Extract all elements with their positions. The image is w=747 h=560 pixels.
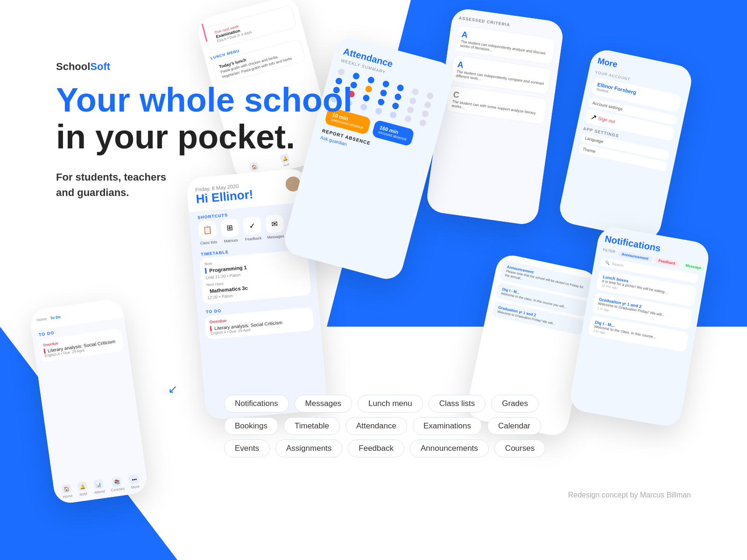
class-lists-icon: 📋 <box>198 220 217 239</box>
tag-courses[interactable]: Courses <box>494 440 545 457</box>
nav-notif-icon-group[interactable]: 🔔 Notif <box>77 481 88 497</box>
messages-icon: ✉ <box>265 214 284 233</box>
tag-calendar[interactable]: Calendar <box>487 417 541 435</box>
tag-examinations[interactable]: Examinations <box>413 417 482 435</box>
attendance-nav-icon: 📊 <box>93 479 104 490</box>
attendance-nav-label: Attend <box>94 489 105 495</box>
shortcut-messages[interactable]: ✉ Messages <box>265 214 284 239</box>
dot-25 <box>374 107 382 115</box>
nav-attendance-icon-group[interactable]: 📊 Attend <box>92 479 105 495</box>
todo-bottom-nav: 🏠 Home 🔔 Notif 📊 Attend 📚 Courses ••• Mo… <box>53 473 148 500</box>
tag-feedback[interactable]: Feedback <box>348 440 404 457</box>
feedback-label: Feedback <box>245 236 262 241</box>
tag-grades[interactable]: Grades <box>491 395 539 413</box>
logo-school: School <box>56 61 90 72</box>
tag-announcements[interactable]: Announcements <box>410 440 489 457</box>
messages-label: Messages <box>267 234 284 239</box>
dot-5 <box>396 84 404 92</box>
hero-section: Your whole school in your pocket. For st… <box>56 82 352 200</box>
hero-subtitle-line2: and guardians. <box>56 187 129 198</box>
matrices-icon: ⊞ <box>220 218 240 237</box>
feature-tags-row1: Notifications Messages Lunch menu Class … <box>224 395 545 413</box>
dot-19 <box>392 102 400 110</box>
feature-tags: Notifications Messages Lunch menu Class … <box>224 395 545 457</box>
dot-11 <box>379 89 387 97</box>
dot-3 <box>367 76 375 84</box>
filter-announcement[interactable]: Announcement <box>617 251 652 263</box>
arrow-down-2: ↙ <box>168 383 177 396</box>
attribution: Redesign concept by Marcus Billman <box>568 491 691 499</box>
dot-28 <box>419 119 427 127</box>
search-icon: 🔍 <box>605 260 610 266</box>
timetable-card: Now Programming 1 Until 11:20 • Paton Ne… <box>199 249 311 304</box>
logo-soft: Soft <box>90 61 110 72</box>
nav-home-icon-group[interactable]: 🏠 Home <box>61 483 73 499</box>
nav-active-item: To Do <box>50 315 61 321</box>
class-lists-label: Class lists <box>200 240 218 245</box>
nav-more-icon-group[interactable]: ••• More <box>129 474 140 490</box>
dot-10 <box>365 85 373 93</box>
sign-out-text: Sign out <box>598 116 615 124</box>
dot-7 <box>426 92 434 100</box>
nav-courses-icon-group[interactable]: 📚 Courses <box>109 476 125 492</box>
dot-4 <box>382 80 390 88</box>
dot-24 <box>359 103 367 111</box>
dot-1 <box>337 68 345 76</box>
hero-subtitle: For students, teachers and guardians. <box>56 169 352 200</box>
feedback-icon: ✓ <box>243 216 262 235</box>
shortcut-class-lists[interactable]: 📋 Class lists <box>198 220 218 245</box>
dot-13 <box>409 97 417 105</box>
tag-attendance[interactable]: Attendance <box>345 417 407 435</box>
tag-assignments[interactable]: Assignments <box>275 440 342 457</box>
dot-17 <box>362 94 370 102</box>
dot-12 <box>394 93 402 101</box>
tag-notifications[interactable]: Notifications <box>224 395 289 413</box>
feature-tags-row3: Events Assignments Feedback Announcement… <box>224 440 545 457</box>
hero-title-dark: in your pocket. <box>56 119 352 155</box>
courses-nav-icon: 📚 <box>112 476 122 487</box>
home-nav-label: Home <box>63 494 73 499</box>
tag-timetable[interactable]: Timetable <box>284 417 340 435</box>
dot-20 <box>407 106 415 114</box>
nav-home-item: Home <box>36 317 47 322</box>
filter-message[interactable]: Message <box>681 262 705 272</box>
tag-lunch-menu[interactable]: Lunch menu <box>358 395 423 413</box>
filter-feedback[interactable]: Feedback <box>654 257 679 267</box>
tag-class-lists[interactable]: Class lists <box>429 395 486 413</box>
tag-bookings[interactable]: Bookings <box>224 417 278 435</box>
notif-nav-icon: 🔔 <box>77 481 88 492</box>
dot-27 <box>404 115 412 123</box>
filter-label: FILTER <box>602 248 616 256</box>
pink-bar <box>201 23 207 42</box>
more-nav-icon: ••• <box>129 474 140 485</box>
hero-subtitle-line1: For students, teachers <box>56 171 166 183</box>
dot-14 <box>424 101 432 109</box>
shortcut-matrices[interactable]: ⊞ Matrices <box>220 218 240 243</box>
dot-21 <box>422 110 430 118</box>
dot-6 <box>411 88 419 96</box>
home-nav-icon: 🏠 <box>62 483 72 494</box>
shortcut-feedback[interactable]: ✓ Feedback <box>243 216 262 241</box>
dot-26 <box>389 111 397 119</box>
logo: SchoolSoft <box>56 61 110 73</box>
sign-out-icon: ↗ <box>590 112 598 122</box>
dot-2 <box>352 72 360 80</box>
tag-messages[interactable]: Messages <box>295 395 352 413</box>
search-placeholder: Search <box>612 262 624 268</box>
more-nav-label: More <box>131 484 140 490</box>
tag-events[interactable]: Events <box>224 440 270 457</box>
matrices-label: Matrices <box>224 238 238 244</box>
hero-title-blue: Your whole school <box>56 82 352 119</box>
feature-tags-row2: Bookings Timetable Attendance Examinatio… <box>224 417 545 435</box>
dot-18 <box>377 98 385 106</box>
courses-nav-label: Courses <box>111 486 125 492</box>
notif-nav-label: Notif <box>79 491 88 497</box>
